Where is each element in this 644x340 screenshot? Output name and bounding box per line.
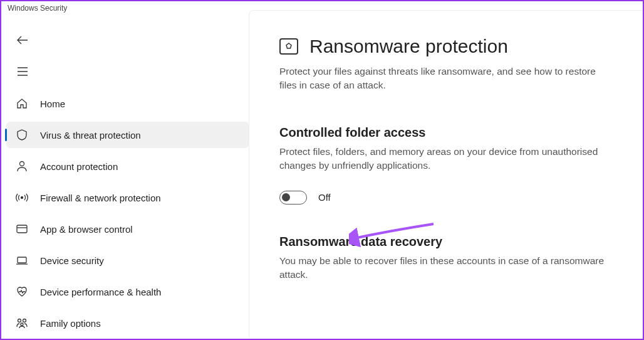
account-icon bbox=[15, 159, 29, 173]
back-button[interactable] bbox=[10, 28, 35, 53]
sidebar-item-label: Family options bbox=[40, 318, 101, 329]
sidebar-item-label: Device security bbox=[40, 255, 104, 266]
window-title: Windows Security bbox=[8, 4, 67, 13]
toggle-state-label: Off bbox=[318, 192, 331, 203]
home-icon bbox=[15, 97, 29, 110]
section-title: Controlled folder access bbox=[279, 125, 605, 140]
window-icon bbox=[15, 222, 29, 236]
svg-point-4 bbox=[18, 319, 21, 322]
sidebar-item-label: Device performance & health bbox=[40, 287, 161, 297]
sidebar-item-label: Home bbox=[40, 98, 65, 109]
page-title: Ransomware protection bbox=[309, 36, 508, 57]
sidebar-item-label: App & browser control bbox=[40, 224, 133, 235]
toggle-knob bbox=[282, 193, 290, 201]
section-title: Ransomware data recovery bbox=[279, 235, 605, 249]
svg-rect-3 bbox=[18, 257, 26, 263]
sidebar-item-label: Account protection bbox=[40, 161, 118, 172]
sidebar-item-firewall[interactable]: Firewall & network protection bbox=[6, 184, 249, 211]
recovery-section: Ransomware data recovery You may be able… bbox=[279, 235, 605, 282]
sidebar-item-home[interactable]: Home bbox=[6, 90, 249, 117]
svg-point-0 bbox=[20, 162, 24, 166]
controlled-folder-toggle[interactable] bbox=[279, 191, 307, 205]
sidebar-item-family[interactable]: Family options bbox=[6, 310, 249, 336]
main-content: Ransomware protection Protect your files… bbox=[249, 10, 643, 339]
section-description: You may be able to recover files in thes… bbox=[279, 254, 605, 282]
svg-point-6 bbox=[21, 323, 23, 326]
menu-button[interactable] bbox=[10, 59, 35, 84]
shield-icon bbox=[15, 128, 29, 142]
heart-pulse-icon bbox=[15, 285, 29, 299]
sidebar-item-label: Virus & threat protection bbox=[40, 130, 141, 141]
family-icon bbox=[15, 316, 29, 330]
sidebar: Home Virus & threat protection Account p… bbox=[1, 15, 249, 339]
sidebar-item-label: Firewall & network protection bbox=[40, 193, 161, 203]
laptop-icon bbox=[15, 253, 29, 267]
sidebar-item-account[interactable]: Account protection bbox=[6, 153, 249, 179]
svg-point-5 bbox=[23, 319, 26, 322]
sidebar-item-device-security[interactable]: Device security bbox=[6, 247, 249, 274]
controlled-folder-section: Controlled folder access Protect files, … bbox=[279, 125, 605, 205]
antenna-icon bbox=[15, 191, 29, 205]
svg-point-1 bbox=[21, 197, 23, 199]
sidebar-item-virus-threat[interactable]: Virus & threat protection bbox=[6, 122, 249, 148]
hamburger-icon bbox=[17, 67, 28, 76]
page-description: Protect your files against threats like … bbox=[279, 65, 605, 93]
sidebar-item-performance[interactable]: Device performance & health bbox=[6, 279, 249, 305]
section-description: Protect files, folders, and memory areas… bbox=[279, 145, 605, 173]
nav-list: Home Virus & threat protection Account p… bbox=[6, 90, 249, 336]
svg-rect-2 bbox=[17, 225, 27, 233]
back-arrow-icon bbox=[17, 36, 28, 45]
ransomware-page-icon bbox=[279, 38, 298, 55]
sidebar-item-app-browser[interactable]: App & browser control bbox=[6, 216, 249, 242]
